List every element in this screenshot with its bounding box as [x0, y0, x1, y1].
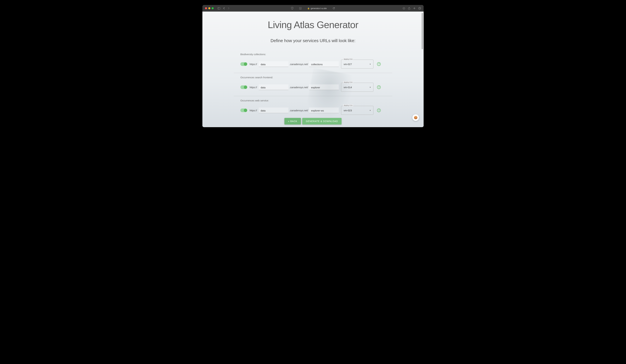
deploy-field: deploy it invm-014▼ [341, 83, 373, 92]
service-row: Occurrences search frontend:https://.can… [234, 73, 392, 96]
service-label: Biodiversity collections: [240, 53, 386, 56]
service-label: Occurrences web service: [240, 99, 386, 102]
generate-download-button[interactable]: GENERATE & DOWNLOAD [302, 118, 342, 124]
downloads-icon[interactable] [403, 7, 405, 10]
shield-icon[interactable] [291, 7, 293, 10]
reload-icon[interactable] [333, 7, 335, 9]
service-row: Biodiversity collections:https://.canade… [234, 50, 392, 73]
domain-text: .canadensys.net/ [289, 86, 308, 89]
sidebar-icon[interactable] [218, 7, 220, 9]
path-input[interactable] [309, 61, 339, 67]
back-button[interactable]: « BACK [284, 118, 301, 124]
svg-text:A: A [300, 8, 301, 9]
address-bar[interactable]: 🔒 generator.l-a.site [307, 7, 327, 10]
window-controls [205, 7, 214, 9]
url-text: generator.l-a.site [311, 7, 327, 10]
enable-toggle[interactable] [240, 85, 247, 89]
path-input[interactable] [309, 108, 339, 113]
svg-rect-0 [218, 7, 220, 9]
svg-rect-7 [419, 8, 421, 9]
enable-toggle[interactable] [240, 62, 247, 66]
deploy-select[interactable]: vm-014▼ [341, 83, 373, 92]
chevron-down-icon: ▼ [369, 63, 371, 65]
deploy-label: deploy it in [343, 58, 353, 60]
close-window-button[interactable] [205, 7, 207, 9]
fullscreen-window-button[interactable] [212, 7, 214, 9]
chevron-down-icon: ▼ [369, 86, 371, 88]
site-settings-icon[interactable]: A [299, 7, 301, 9]
deploy-select[interactable]: vm-027▼ [341, 60, 373, 69]
share-icon[interactable] [408, 7, 410, 10]
subdomain-input[interactable] [259, 84, 288, 90]
deploy-label: deploy it in [343, 81, 353, 83]
domain-text: .canadensys.net/ [289, 63, 308, 66]
help-icon[interactable]: ? [377, 109, 381, 112]
browser-window: A 🔒 generator.l-a.site [202, 5, 424, 127]
domain-text: .canadensys.net/ [289, 109, 308, 112]
viewport: Living Atlas Generator Define how your s… [202, 12, 424, 127]
minimize-window-button[interactable] [208, 7, 210, 9]
subdomain-input[interactable] [259, 108, 288, 113]
protocol-text: https:// [249, 63, 258, 66]
tabs-overview-icon[interactable] [419, 7, 421, 9]
back-icon[interactable] [223, 7, 225, 9]
protocol-text: https:// [249, 86, 258, 89]
service-label: Occurrences search frontend: [240, 76, 386, 79]
page-subtitle: Define how your services URLs will look … [234, 38, 392, 43]
lock-icon: 🔒 [307, 7, 310, 9]
enable-toggle[interactable] [240, 109, 247, 112]
new-tab-icon[interactable] [413, 7, 416, 9]
service-row: Occurrences web service:https://.canaden… [234, 96, 392, 119]
deploy-value: vm-023 [344, 109, 352, 112]
footer-actions: « BACK GENERATE & DOWNLOAD [284, 118, 342, 124]
chevron-down-icon: ▼ [369, 110, 371, 111]
subdomain-input[interactable] [259, 61, 288, 67]
path-input[interactable] [309, 84, 339, 90]
deploy-value: vm-014 [344, 86, 352, 89]
page-title: Living Atlas Generator [234, 19, 392, 30]
deploy-select[interactable]: vm-023▼ [341, 106, 373, 115]
protocol-text: https:// [249, 109, 258, 112]
deploy-label: deploy it in [343, 104, 353, 106]
forward-icon[interactable] [228, 7, 230, 9]
svg-rect-8 [419, 7, 421, 9]
help-icon[interactable]: ? [377, 62, 381, 66]
help-icon[interactable]: ? [377, 85, 381, 89]
cookie-icon: 🍪 [414, 116, 418, 120]
deploy-field: deploy it invm-027▼ [341, 60, 373, 69]
titlebar: A 🔒 generator.l-a.site [202, 5, 424, 12]
cookie-settings-button[interactable]: 🍪 [412, 114, 419, 121]
deploy-field: deploy it invm-023▼ [341, 106, 373, 115]
deploy-value: vm-027 [344, 63, 352, 66]
